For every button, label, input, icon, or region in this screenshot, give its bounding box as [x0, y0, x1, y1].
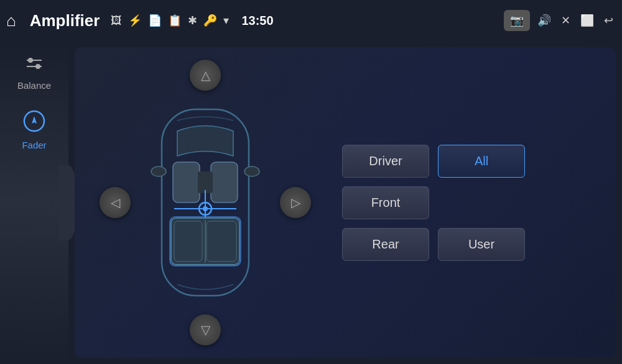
svg-point-12 [203, 206, 208, 211]
key-icon: 🔑 [203, 14, 217, 27]
svg-point-3 [35, 64, 40, 69]
top-bar-right: 📷 🔊 ✕ ⬜ ↩ [504, 10, 616, 31]
bluetooth-icon: ✱ [188, 14, 197, 27]
home-icon[interactable]: ⌂ [6, 11, 16, 30]
top-bar: ⌂ Amplifier 🖼 ⚡ 📄 📋 ✱ 🔑 ▾ 13:50 📷 🔊 ✕ ⬜ … [0, 0, 622, 41]
buttons-panel: Driver All Front Rear User [342, 145, 525, 261]
svg-point-17 [151, 166, 166, 176]
time-display: 13:50 [241, 14, 273, 28]
user-button[interactable]: User [438, 228, 525, 261]
file2-icon: 📋 [168, 14, 182, 27]
nav-right-button[interactable]: ▷ [280, 187, 311, 218]
image-icon: 🖼 [111, 14, 122, 27]
sidebar-item-fader[interactable]: Fader [6, 105, 62, 155]
file1-icon: 📄 [148, 14, 162, 27]
nav-left-button[interactable]: ◁ [100, 187, 131, 218]
rear-button[interactable]: Rear [342, 228, 429, 261]
svg-rect-6 [173, 162, 200, 202]
top-bar-center: 🖼 ⚡ 📄 📋 ✱ 🔑 ▾ 13:50 [111, 14, 499, 28]
front-button[interactable]: Front [342, 186, 429, 219]
volume-button[interactable]: 🔊 [535, 11, 554, 30]
svg-rect-8 [198, 171, 213, 193]
usb-icon: ⚡ [128, 14, 142, 27]
main-content: Balance Fader △ ▽ ◁ [0, 41, 622, 364]
svg-rect-7 [211, 162, 238, 202]
close-button[interactable]: ✕ [559, 11, 573, 30]
balance-icon [24, 55, 44, 77]
svg-point-1 [28, 58, 33, 63]
car-diagram-container: △ ▽ ◁ ▷ [106, 53, 305, 352]
window-button[interactable]: ⬜ [578, 11, 596, 30]
svg-rect-16 [207, 221, 236, 262]
balance-label: Balance [17, 80, 51, 91]
nav-down-button[interactable]: ▽ [190, 314, 221, 345]
camera-button[interactable]: 📷 [504, 10, 530, 31]
top-bar-left: ⌂ Amplifier [6, 11, 100, 30]
wifi-icon: ▾ [223, 14, 229, 27]
app-title: Amplifier [30, 11, 100, 30]
svg-point-18 [244, 166, 259, 176]
all-button[interactable]: All [438, 145, 525, 178]
back-button[interactable]: ↩ [601, 11, 616, 30]
main-panel: △ ▽ ◁ ▷ [75, 47, 616, 358]
fader-icon [23, 110, 45, 137]
fader-label: Fader [22, 140, 46, 150]
sidebar-item-balance[interactable]: Balance [6, 50, 62, 96]
nav-up-button[interactable]: △ [190, 60, 221, 91]
svg-rect-15 [174, 221, 202, 262]
car-svg [143, 97, 267, 308]
sidebar: Balance Fader [0, 41, 68, 364]
driver-button[interactable]: Driver [342, 145, 429, 178]
